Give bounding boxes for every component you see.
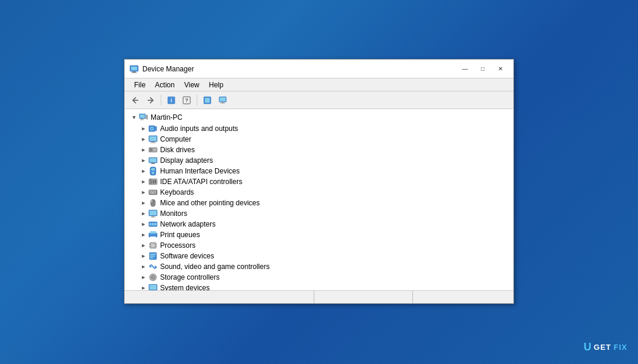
device-label: Print queues [160,231,200,239]
menu-action[interactable]: Action [150,80,179,90]
svg-rect-34 [151,168,155,170]
status-bar [125,290,513,303]
device-icon [148,283,158,290]
expand-btn[interactable]: ► [139,283,148,290]
expand-btn[interactable]: ► [139,209,148,218]
maximize-button[interactable]: □ [474,64,491,74]
device-label: Monitors [160,209,187,218]
expand-btn[interactable]: ► [139,166,148,176]
expand-btn[interactable]: ► [139,177,148,186]
svg-rect-9 [205,98,210,103]
watermark: U GET FIX [584,341,627,353]
window-icon [129,64,139,74]
tree-item[interactable]: ►Mice and other pointing devices [125,198,513,208]
svg-rect-24 [149,136,157,141]
svg-point-72 [150,266,152,268]
expand-btn[interactable]: ► [139,124,148,133]
expand-root[interactable]: ▼ [129,113,139,122]
menu-help[interactable]: Help [204,80,229,90]
expand-btn[interactable]: ► [139,241,148,250]
svg-rect-53 [152,216,154,217]
watermark-fix: FIX [614,343,627,352]
tree-item[interactable]: ►Sound, video and game controllers [125,261,513,272]
tree-item[interactable]: ►Network adapters [125,219,513,229]
svg-rect-58 [154,223,157,225]
svg-rect-17 [140,120,144,120]
device-label: Mice and other pointing devices [160,199,260,207]
back-button[interactable] [128,94,142,107]
menu-file[interactable]: File [129,80,150,90]
svg-rect-1 [131,67,137,70]
help-button[interactable]: ? [180,94,194,107]
svg-rect-78 [149,285,157,290]
svg-rect-46 [151,192,154,194]
title-bar: Device Manager — □ ✕ [125,60,513,78]
expand-btn[interactable]: ► [139,219,148,229]
tree-item[interactable]: ►Computer [125,134,513,145]
svg-rect-56 [149,223,151,225]
expand-btn[interactable]: ► [139,135,148,144]
svg-rect-63 [151,244,155,247]
menu-bar: File Action View Help [125,78,513,91]
svg-rect-52 [149,211,157,215]
device-label: Software devices [160,252,214,260]
close-button[interactable]: ✕ [492,64,509,74]
expand-btn[interactable]: ► [139,198,148,208]
expand-btn[interactable]: ► [139,145,148,155]
tree-root[interactable]: ▼ Martin-PC [129,112,513,123]
device-label: Disk drives [160,146,195,154]
device-label: Display adapters [160,156,213,165]
expand-btn[interactable]: ► [139,262,148,271]
menu-view[interactable]: View [180,80,204,90]
svg-point-76 [152,277,154,278]
device-icon [148,251,158,261]
device-icon [148,156,158,165]
device-icon [148,124,158,133]
window-title: Device Manager [142,65,457,73]
tree-item[interactable]: ►Human Interface Devices [125,166,513,176]
tree-item[interactable]: ►Print queues [125,229,513,240]
svg-rect-44 [155,191,156,192]
tree-item[interactable]: ►Audio inputs and outputs [125,123,513,134]
svg-rect-60 [150,231,156,234]
svg-rect-47 [155,192,156,194]
monitor-button[interactable] [216,94,230,107]
svg-rect-57 [152,223,154,225]
watermark-u: U [584,341,591,353]
device-icon [148,230,158,240]
expand-btn[interactable]: ► [139,251,148,261]
device-icon [148,273,158,282]
svg-rect-45 [149,192,151,194]
tree-item[interactable]: ►Software devices [125,251,513,261]
tree-item[interactable]: ►Disk drives [125,145,513,155]
properties-button[interactable]: i [164,94,178,107]
update-button[interactable] [200,94,214,107]
svg-rect-69 [150,254,156,255]
svg-point-29 [154,149,156,151]
svg-rect-28 [149,148,152,152]
device-label: Human Interface Devices [160,167,240,175]
svg-rect-3 [131,73,137,73]
minimize-button[interactable]: — [457,64,473,74]
svg-rect-15 [140,114,145,118]
svg-rect-32 [151,163,155,164]
tree-item[interactable]: ►Storage controllers [125,272,513,283]
tree-item[interactable]: ►IDE ATA/ATAPI controllers [125,176,513,187]
toolbar-separator-1 [161,95,161,106]
expand-btn[interactable]: ► [139,273,148,282]
expand-btn[interactable]: ► [139,156,148,165]
forward-button[interactable] [144,94,158,107]
tree-item[interactable]: ►System devices [125,283,513,290]
svg-rect-25 [151,142,155,143]
svg-rect-42 [151,191,152,192]
tree-item[interactable]: ►Keyboards [125,187,513,198]
expand-btn[interactable]: ► [139,188,148,197]
tree-item[interactable]: ►Display adapters [125,155,513,166]
toolbar-separator-2 [197,95,197,106]
tree-item[interactable]: ►Monitors [125,208,513,219]
svg-rect-38 [153,180,154,183]
svg-rect-50 [151,200,152,202]
tree-item[interactable]: ►Processors [125,240,513,251]
device-label: System devices [160,284,210,290]
expand-btn[interactable]: ► [139,230,148,240]
